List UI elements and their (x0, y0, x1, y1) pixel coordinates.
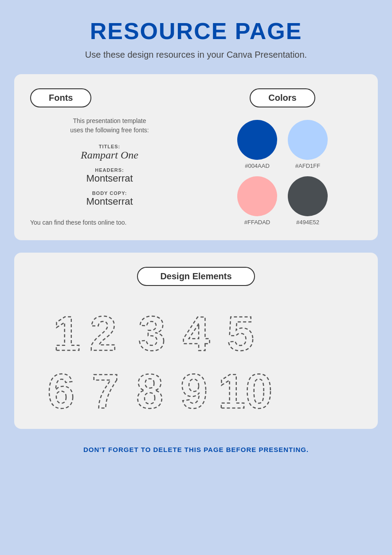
svg-text:7: 7 (92, 364, 119, 415)
svg-text:2: 2 (90, 306, 117, 357)
svg-text:1: 1 (53, 306, 80, 357)
numbers-row-1: .num { fill: none; stroke: #555; stroke-… (45, 299, 347, 357)
footer-warning: DON'T FORGET TO DELETE THIS PAGE BEFORE … (83, 446, 309, 453)
svg-text:6: 6 (47, 364, 74, 415)
page-title: RESOURCE PAGE (90, 18, 302, 44)
colors-section: Colors #004AAD #AFD1FF #FFAD (203, 88, 362, 226)
card-top: Fonts This presentation template uses th… (30, 88, 362, 226)
color-circle-3 (237, 176, 277, 216)
body-font-entry: BODY COPY: Montserrat (30, 190, 189, 207)
color-item-1: #004AAD (237, 120, 277, 169)
color-hex-1: #004AAD (245, 163, 270, 169)
numbers-row-2: .num2 { fill: none; stroke: #555; stroke… (45, 357, 347, 415)
fonts-description: This presentation template uses the foll… (30, 116, 189, 135)
fonts-header: Fonts (30, 88, 91, 107)
svg-text:3: 3 (138, 306, 165, 357)
svg-text:5: 5 (227, 306, 254, 357)
fonts-colors-card: Fonts This presentation template uses th… (14, 74, 378, 240)
color-item-3: #FFADAD (237, 176, 277, 226)
svg-text:8: 8 (136, 364, 163, 415)
colors-header: Colors (250, 88, 315, 107)
color-hex-3: #FFADAD (244, 219, 270, 226)
design-elements-header: Design Elements (137, 267, 255, 286)
fonts-section: Fonts This presentation template uses th… (30, 88, 189, 226)
color-item-4: #494E52 (288, 176, 328, 226)
page-subtitle: Use these design resources in your Canva… (85, 50, 307, 60)
title-label: TITLES: (30, 144, 189, 149)
svg-text:9: 9 (180, 364, 208, 415)
body-label: BODY COPY: (30, 190, 189, 196)
design-elements-card: Design Elements .num { fill: none; strok… (14, 253, 378, 429)
headers-font-entry: HEADERS: Montserrat (30, 167, 189, 184)
color-circle-2 (288, 120, 328, 160)
color-hex-2: #AFD1FF (295, 163, 320, 169)
body-font-name: Montserrat (30, 196, 189, 207)
color-hex-4: #494E52 (296, 219, 319, 226)
svg-text:10: 10 (218, 364, 272, 415)
color-item-2: #AFD1FF (288, 120, 328, 169)
headers-label: HEADERS: (30, 167, 189, 173)
title-font-entry: TITLES: Rampart One (30, 144, 189, 161)
svg-text:4: 4 (183, 306, 210, 357)
color-circle-1 (237, 120, 277, 160)
title-font-name: Rampart One (30, 149, 189, 161)
headers-font-name: Montserrat (30, 173, 189, 184)
colors-grid: #004AAD #AFD1FF #FFADAD #4 (237, 120, 328, 226)
page-container: RESOURCE PAGE Use these design resources… (14, 18, 378, 453)
color-circle-4 (288, 176, 328, 216)
fonts-footer: You can find these fonts online too. (30, 219, 126, 226)
